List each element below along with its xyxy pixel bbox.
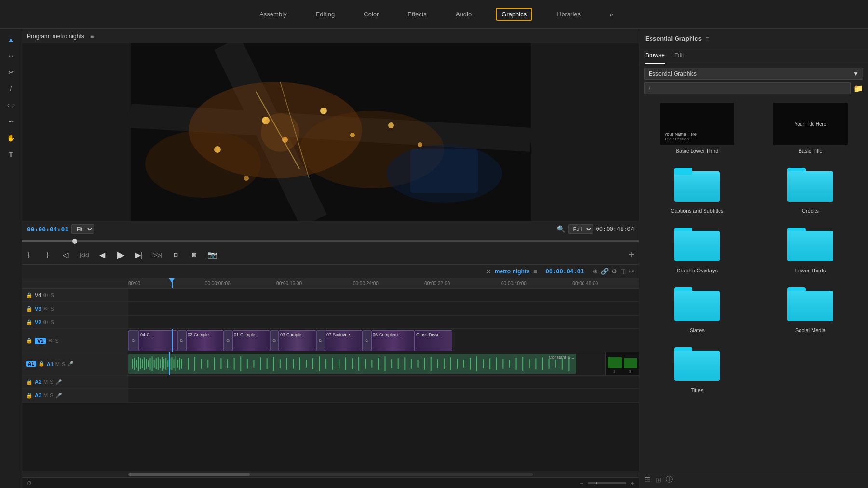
overwrite-button[interactable]: ⊠ (187, 248, 201, 261)
lock-icon-a2[interactable]: 🔒 (26, 379, 33, 385)
visibility-icon-v3[interactable]: 👁 (43, 306, 48, 312)
eg-item-social-media[interactable]: Social Media (758, 281, 863, 333)
selection-tool[interactable]: ▲ (3, 33, 19, 46)
clip-01complex[interactable]: 01-Comple... (232, 330, 270, 351)
type-tool[interactable]: T (3, 148, 19, 161)
play-button[interactable]: ▶ (114, 248, 127, 261)
nav-item-audio[interactable]: Audio (451, 9, 476, 20)
nav-item-graphics[interactable]: Graphics (496, 8, 532, 21)
track-content-v3[interactable] (128, 302, 639, 315)
eg-item-basic-lower-third[interactable]: Your Name Here Title / Position Basic Lo… (644, 103, 750, 154)
razor-tool[interactable]: / (3, 82, 19, 95)
solo-icon-a2[interactable]: S (50, 379, 53, 385)
transition-cr-3[interactable]: Cr (270, 330, 279, 351)
eg-grid-view-button[interactable]: ⊞ (655, 476, 661, 484)
eg-menu-icon[interactable]: ≡ (705, 35, 709, 42)
time-ruler[interactable]: 00:00 00:00:08:00 00:00:16:00 00:00:24:0… (128, 278, 639, 289)
audio-clip-main[interactable]: Constant G... (128, 354, 576, 374)
solo-icon-v4[interactable]: S (50, 292, 54, 298)
eg-item-titles[interactable]: Titles (644, 341, 750, 393)
nav-item-editing[interactable]: Editing (311, 9, 340, 20)
step-back-button[interactable]: ◁ (59, 248, 72, 261)
timeline-menu-icon[interactable]: ≡ (534, 268, 537, 275)
nav-more-icon[interactable]: » (610, 11, 613, 18)
clip-06complex[interactable]: 06-Complex r... (371, 330, 415, 351)
lock-icon-v2[interactable]: 🔒 (26, 319, 33, 325)
eg-item-captions-subtitles[interactable]: Captions and Subtitles (644, 162, 750, 214)
solo-icon-v1[interactable]: S (55, 338, 58, 344)
play-reverse-button[interactable]: ◀ (95, 248, 109, 261)
transition-cr-5[interactable]: Cr (363, 330, 371, 351)
eg-tab-browse[interactable]: Browse (645, 52, 665, 64)
mute-icon-a3[interactable]: M (43, 393, 48, 398)
track-content-a2[interactable] (128, 376, 639, 389)
eg-source-dropdown[interactable]: Essential Graphics ▼ (644, 68, 863, 80)
transition-cr-2[interactable]: Cr (224, 330, 232, 351)
mic-icon-a3[interactable]: 🎤 (55, 393, 62, 399)
magnifier-icon[interactable]: 🔍 (557, 225, 565, 233)
go-to-in-button[interactable]: |◁◁ (77, 248, 91, 261)
go-to-out-button[interactable]: ▷▷| (150, 248, 164, 261)
settings-bottom-icon[interactable]: ⚙ (27, 480, 32, 486)
step-forward-button[interactable]: ▶| (132, 248, 146, 261)
export-frame-button[interactable]: 📷 (205, 248, 219, 261)
mic-icon-a1[interactable]: 🎤 (67, 361, 74, 367)
audio-track-content-a1[interactable]: Constant G... (128, 352, 605, 376)
mute-icon-a2[interactable]: M (43, 379, 48, 385)
fit-select[interactable]: Fit (71, 224, 94, 234)
scrubber-area[interactable] (22, 237, 639, 245)
quality-select[interactable]: Full (568, 224, 593, 234)
track-select-tool[interactable]: ↔ (3, 49, 19, 63)
track-content-a3[interactable] (128, 389, 639, 402)
track-content-v2[interactable] (128, 316, 639, 329)
add-transport-button[interactable]: + (628, 249, 634, 260)
clip-02complex[interactable]: 02-Comple... (186, 330, 224, 351)
eg-tab-edit[interactable]: Edit (674, 52, 684, 64)
zoom-out-icon[interactable]: − (580, 480, 583, 486)
nav-item-assembly[interactable]: Assembly (255, 9, 291, 20)
clip-03complex[interactable]: 03-Comple... (279, 330, 316, 351)
lock-icon-v3[interactable]: 🔒 (26, 306, 33, 312)
lock-icon-a1[interactable]: 🔒 (38, 361, 45, 367)
track-snap[interactable]: ◫ (620, 268, 626, 275)
track-razor-tool[interactable]: ✂ (629, 268, 634, 275)
visibility-icon-v1[interactable]: 👁 (48, 338, 53, 344)
eg-info-button[interactable]: ⓘ (666, 475, 673, 484)
eg-folder-browse-icon[interactable]: 📁 (854, 84, 863, 93)
slip-tool[interactable]: ⟺ (3, 98, 19, 112)
nav-item-effects[interactable]: Effects (403, 9, 432, 20)
eg-item-lower-thirds[interactable]: Lower Thirds (758, 221, 863, 273)
eg-search-input[interactable] (644, 82, 851, 94)
clip-cross-dissolve-end[interactable]: Cross Disso... (415, 330, 452, 351)
lock-icon-v4[interactable]: 🔒 (26, 292, 33, 298)
visibility-icon-v4[interactable]: 👁 (43, 292, 48, 298)
transition-cross-dissolve-1[interactable]: Cr (128, 330, 139, 351)
track-add-tool[interactable]: ⊕ (593, 268, 598, 275)
clip-07sadovoe[interactable]: 07-Sadovoe... (325, 330, 363, 351)
track-content-v4[interactable] (128, 289, 639, 302)
hand-tool[interactable]: ✋ (3, 131, 19, 145)
lock-icon-a3[interactable]: 🔒 (26, 393, 33, 399)
eg-item-graphic-overlays[interactable]: Graphic Overlays (644, 221, 750, 273)
solo-icon-v2[interactable]: S (50, 319, 54, 325)
transition-cr-1[interactable]: Cr (177, 330, 186, 351)
solo-icon-a3[interactable]: S (50, 393, 53, 398)
mark-in-button[interactable]: { (22, 248, 36, 261)
eg-item-basic-title[interactable]: Your Title Here Basic Title (758, 103, 863, 154)
solo-icon-v3[interactable]: S (50, 306, 54, 312)
visibility-icon-v2[interactable]: 👁 (43, 319, 48, 325)
nav-item-libraries[interactable]: Libraries (552, 9, 585, 20)
eg-item-slates[interactable]: Slates (644, 281, 750, 333)
close-timeline-icon[interactable]: ✕ (486, 268, 491, 275)
mic-icon-a2[interactable]: 🎤 (55, 379, 62, 385)
nav-item-color[interactable]: Color (359, 9, 383, 20)
zoom-in-icon[interactable]: + (631, 480, 634, 486)
horizontal-scrollbar[interactable] (22, 471, 639, 477)
track-content-v1[interactable]: Cr 04-C... Cr 02-Comple... (128, 329, 639, 352)
eg-item-credits[interactable]: Credits (758, 162, 863, 214)
track-link-tool[interactable]: 🔗 (601, 268, 609, 275)
mute-icon-a1[interactable]: M (55, 361, 60, 367)
pen-tool[interactable]: ✒ (3, 115, 19, 128)
solo-icon-a1[interactable]: S (62, 361, 65, 367)
insert-button[interactable]: ⊡ (169, 248, 182, 261)
